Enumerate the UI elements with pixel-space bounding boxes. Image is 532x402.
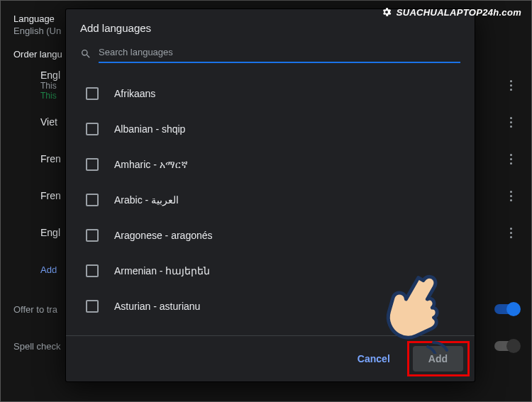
watermark: SUACHUALAPTOP24h.com <box>381 6 521 18</box>
search-icon <box>80 48 92 60</box>
language-row-name: Viet <box>40 116 57 128</box>
search-input[interactable] <box>99 44 460 63</box>
checkbox-icon[interactable] <box>86 87 99 100</box>
language-row-status: This <box>40 91 60 101</box>
language-option-label: Arabic - العربية <box>114 194 179 206</box>
screenshot-root: Language English (Un Order langu Engl Th… <box>0 0 532 402</box>
language-option-label: Asturian - asturianu <box>114 301 200 312</box>
language-row-note: This <box>40 81 60 91</box>
language-option-label: Amharic - አማርኛ <box>114 159 188 171</box>
language-option-label: Afrikaans <box>114 88 155 99</box>
checkbox-icon[interactable] <box>86 300 99 313</box>
language-row-name: Fren <box>40 153 61 164</box>
language-option[interactable]: Amharic - አማርኛ <box>82 147 466 182</box>
offer-translate-label: Offer to tra <box>13 304 57 315</box>
pointer-hand-icon <box>384 269 462 354</box>
toggle-on-icon[interactable] <box>494 304 519 314</box>
language-row-name: Engl <box>40 69 60 81</box>
language-option-label: Aragonese - aragonés <box>114 230 213 241</box>
kebab-icon[interactable] <box>503 228 519 238</box>
checkbox-icon[interactable] <box>86 264 99 277</box>
gear-icon <box>381 6 392 18</box>
checkbox-icon[interactable] <box>86 194 99 206</box>
kebab-icon[interactable] <box>503 154 519 164</box>
search-row <box>66 44 475 67</box>
toggle-off-icon[interactable] <box>494 341 519 351</box>
add-languages-link[interactable]: Add <box>40 264 57 275</box>
language-option[interactable]: Afrikaans <box>82 76 466 111</box>
watermark-text: SUACHUALAPTOP24h.com <box>397 7 521 18</box>
checkbox-icon[interactable] <box>86 158 99 171</box>
language-option[interactable]: Aragonese - aragonés <box>82 218 466 253</box>
language-row-name: Engl <box>40 227 60 238</box>
kebab-icon[interactable] <box>503 191 519 201</box>
language-option-label: Armenian - հայերեն <box>114 265 210 277</box>
kebab-icon[interactable] <box>503 80 519 91</box>
language-option[interactable]: Albanian - shqip <box>82 111 466 147</box>
checkbox-icon[interactable] <box>86 229 99 242</box>
spell-check-label: Spell check <box>13 341 60 352</box>
language-option-label: Albanian - shqip <box>114 123 185 135</box>
checkbox-icon[interactable] <box>86 123 99 135</box>
kebab-icon[interactable] <box>503 117 519 128</box>
language-option[interactable]: Arabic - العربية <box>82 182 466 218</box>
language-row-name: Fren <box>40 190 61 201</box>
